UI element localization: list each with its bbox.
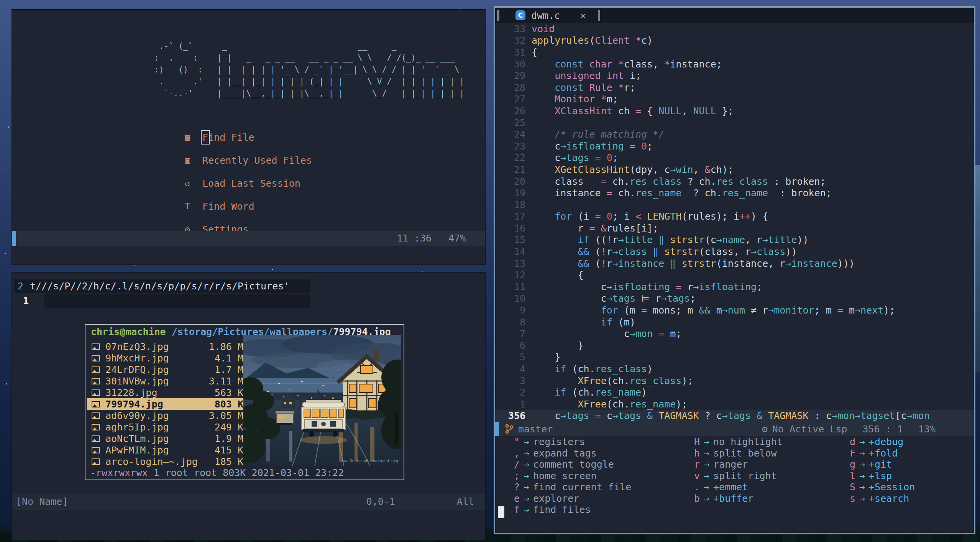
file-list-item[interactable]: 31228.jpg563 K [87, 387, 246, 398]
file-list-item[interactable]: ad6v90y.jpg3.05 M [87, 410, 246, 421]
code-token: →tags [560, 410, 589, 421]
code-token [670, 281, 676, 292]
which-key-binding: v→split right [693, 470, 849, 481]
code-line[interactable]: 2 if (ch.res_name) [495, 386, 974, 398]
code-line[interactable]: 9 for (m = mons; m && m→num ≠ r→monitor;… [495, 304, 974, 316]
code-token [653, 328, 658, 339]
code-token: r [607, 258, 612, 269]
code-line[interactable]: 26 XClassHint ch = { NULL, NULL }; [495, 105, 974, 117]
code-token: →num [722, 305, 745, 316]
code-line[interactable]: 23 c→isfloating = 0; [495, 140, 974, 152]
line-number: 26 [495, 105, 532, 117]
code-line[interactable]: 1 XFree(ch.res_name); [495, 398, 974, 410]
file-list-item[interactable]: 9hMxcHr.jpg4.1 M [87, 352, 246, 364]
code-token: ≠ r [745, 305, 768, 316]
code-token: c [532, 152, 560, 163]
line-number: 20 [495, 176, 532, 187]
code-line[interactable]: 22 c→tags = 0; [495, 152, 974, 164]
code-token: res_class [630, 375, 681, 386]
code-line[interactable]: 4 if (ch.res_class) [495, 363, 974, 375]
line-number: 27 [495, 94, 532, 105]
code-line[interactable]: 14 && (!r→class ‖ strstr(class, r→class)… [495, 246, 974, 258]
file-list-item[interactable]: 07nEzQ3.jpg1.86 M [87, 341, 246, 352]
code-token: res_class [595, 363, 647, 374]
code-token [583, 59, 589, 70]
file-list-item[interactable]: 30iNVBw.jpg3.11 M [87, 375, 246, 387]
code-token: ch. [612, 187, 635, 199]
file-list-item[interactable]: aghr5Ip.jpg249 K [87, 421, 246, 433]
buffer-text[interactable]: t///s/P//2/h/c/.l/s/n/s/p/p/s/r/r/s/Pict… [30, 279, 289, 293]
code-line[interactable]: 8 if (m) [495, 316, 974, 328]
dashboard-menu-item[interactable]: TFind Word [185, 195, 312, 218]
code-token: c [532, 281, 607, 292]
code-line[interactable]: 33void [495, 23, 974, 35]
code-token [583, 82, 589, 93]
dashboard-menu-item[interactable]: ▤Find File [185, 126, 312, 149]
tab-dwm-c[interactable]: C dwm.c × [515, 10, 586, 21]
line-number: 21 [495, 164, 532, 175]
code-token [647, 246, 653, 257]
code-text: if (ch.res_name) [532, 387, 647, 398]
code-token: NULL [693, 105, 716, 117]
file-list-item[interactable]: APwFMIM.jpg415 K [87, 444, 246, 456]
code-token: →next [855, 305, 883, 316]
code-token [532, 105, 555, 117]
code-line[interactable]: 13 && (!r→instance ‖ strstr(instance, r→… [495, 258, 974, 269]
which-key-binding: "→registers [513, 436, 693, 447]
code-editing-area[interactable]: 33void32applyrules(Client *c)31{30 const… [495, 23, 974, 422]
tab-close-icon[interactable]: × [580, 10, 586, 21]
code-line[interactable]: 24 /* rule matching */ [495, 128, 974, 140]
image-file-icon [92, 401, 100, 407]
code-line[interactable]: 11 c→isfloating = r→isfloating; [495, 281, 974, 293]
file-list-item[interactable]: aoNcTLm.jpg1.9 M [87, 433, 246, 444]
code-line[interactable]: 5 } [495, 351, 974, 363]
dashboard-menu-item[interactable]: ▣Recently Used Files [185, 149, 312, 172]
code-line[interactable]: 30 const char *class, *instance; [495, 58, 974, 70]
code-token: if [555, 363, 566, 374]
code-line[interactable]: 19 instance = ch.res_name ? ch.res_name … [495, 187, 974, 199]
line-number: 14 [495, 246, 532, 257]
keybind-description: comment toggle [533, 459, 614, 470]
code-token: →tags [722, 410, 751, 421]
code-line[interactable]: 17 for (i = 0; i < LENGTH(rules); i++) { [495, 211, 974, 223]
code-token: res_class [716, 176, 768, 187]
image-file-icon [92, 389, 100, 396]
code-line[interactable]: 32applyrules(Client *c) [495, 35, 974, 47]
code-line[interactable]: 16 r = &rules[i]; [495, 222, 974, 234]
code-token: →tags [560, 152, 589, 163]
file-list-item[interactable]: 24LrDFQ.jpg1.7 M [87, 364, 246, 375]
file-size: 3.11 M [209, 376, 243, 387]
code-line[interactable]: 10 c→tags ⊨ r→tags; [495, 293, 974, 305]
keybind-key: v [693, 470, 700, 481]
file-list-item[interactable]: 799794.jpg803 K [87, 398, 246, 410]
code-line[interactable]: 25 [495, 117, 974, 129]
keybind-key: H [693, 436, 700, 447]
keybind-key: / [513, 459, 520, 470]
code-line[interactable]: 356 c→tags = c→tags & TAGMASK ? c→tags &… [495, 410, 974, 422]
code-text: c→isfloating = 0; [532, 141, 653, 152]
code-line[interactable]: 31{ [495, 46, 974, 58]
code-line[interactable]: 3 XFree(ch.res_class); [495, 375, 974, 387]
code-line[interactable]: 18 [495, 199, 974, 211]
arrow-icon: → [704, 481, 709, 493]
code-token [532, 317, 601, 328]
code-line[interactable]: 15 if ((!r→title ‖ strstr(c→name, r→titl… [495, 234, 974, 246]
file-list-item[interactable]: arco-login—~.jpg185 K [87, 456, 246, 467]
code-token: & [705, 164, 711, 175]
which-key-binding: b→+buffer [693, 493, 849, 504]
code-line[interactable]: 12 { [495, 269, 974, 281]
dashboard-menu-item[interactable]: ↺Load Last Session [185, 172, 312, 195]
code-token: (instance, r [716, 258, 786, 269]
code-token: = [589, 223, 595, 234]
code-line[interactable]: 29 unsigned int i; [495, 70, 974, 82]
code-line[interactable]: 28 const Rule *r; [495, 82, 974, 94]
scroll-indicator: All [457, 494, 474, 510]
code-token [624, 141, 630, 152]
code-line[interactable]: 27 Monitor *m; [495, 94, 974, 105]
code-line[interactable]: 21 XGetClassHint(dpy, c→win, &ch); [495, 164, 974, 176]
code-line[interactable]: 7 c→mon = m; [495, 328, 974, 340]
file-size: 415 K [215, 445, 243, 456]
code-line[interactable]: 20 class = ch.res_class ? ch.res_class :… [495, 176, 974, 187]
code-line[interactable]: 6 } [495, 340, 974, 351]
code-token [532, 399, 578, 410]
